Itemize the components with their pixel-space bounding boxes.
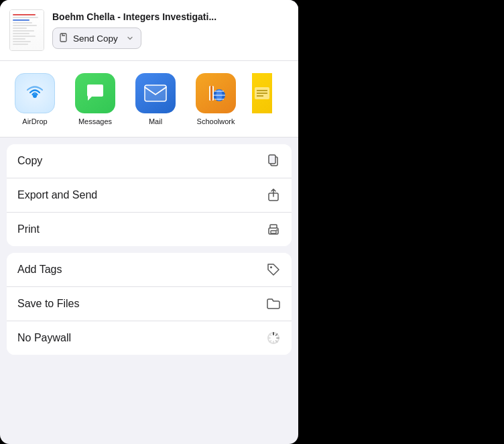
copy-label: Copy: [17, 155, 42, 167]
app-airdrop[interactable]: AirDrop: [11, 73, 59, 126]
airdrop-label: AirDrop: [22, 117, 47, 126]
share-panel: Boehm Chella - Integers Investigati... S…: [0, 0, 298, 444]
svg-rect-0: [60, 34, 66, 42]
no-paywall-action[interactable]: No Paywall: [7, 321, 292, 355]
app-mail[interactable]: Mail: [131, 73, 180, 126]
print-label: Print: [17, 223, 40, 235]
export-send-action[interactable]: Export and Send: [7, 178, 292, 213]
schoolwork-books-icon: [203, 80, 229, 106]
svg-point-20: [270, 266, 272, 268]
no-paywall-label: No Paywall: [17, 332, 71, 344]
loading-icon: [266, 331, 281, 345]
save-files-label: Save to Files: [17, 298, 79, 310]
actions-group-1: Copy Export and Send Print: [7, 144, 292, 246]
header-info: Boehm Chella - Integers Investigati... S…: [52, 11, 288, 49]
messages-label: Messages: [78, 117, 112, 126]
svg-line-27: [270, 341, 271, 342]
mail-label: Mail: [149, 117, 162, 126]
right-side-background: [298, 0, 504, 444]
copy-icon: [266, 154, 281, 168]
svg-line-23: [276, 334, 277, 335]
schoolwork-label: Schoolwork: [197, 117, 235, 126]
tag-icon: [266, 262, 281, 277]
add-tags-label: Add Tags: [17, 264, 62, 276]
airdrop-icon-bg: [15, 73, 55, 113]
app-notes[interactable]: [252, 73, 272, 113]
app-schoolwork[interactable]: Schoolwork: [192, 73, 240, 126]
notes-lines-icon: [252, 83, 272, 103]
print-icon: [266, 222, 281, 237]
svg-rect-15: [269, 155, 275, 164]
apps-row: AirDrop Messages Mail: [0, 61, 298, 137]
header: Boehm Chella - Integers Investigati... S…: [0, 0, 298, 61]
actions-group-2: Add Tags Save to Files No Paywall: [7, 253, 292, 355]
notes-icon-bg: [252, 73, 272, 113]
app-messages[interactable]: Messages: [71, 73, 119, 126]
doc-icon: [60, 33, 69, 44]
mail-icon-bg: [135, 73, 176, 113]
svg-rect-2: [145, 85, 166, 101]
export-icon: [266, 188, 281, 203]
mail-envelope-icon: [143, 84, 168, 103]
folder-icon: [266, 296, 281, 311]
airdrop-wifi-icon: [23, 81, 47, 105]
send-copy-button[interactable]: Send Copy: [52, 27, 141, 49]
add-tags-action[interactable]: Add Tags: [7, 253, 292, 287]
svg-line-29: [270, 334, 271, 335]
copy-action[interactable]: Copy: [7, 144, 292, 178]
export-send-label: Export and Send: [17, 189, 97, 201]
print-action[interactable]: Print: [7, 213, 292, 246]
save-files-action[interactable]: Save to Files: [7, 287, 292, 321]
svg-line-25: [276, 341, 277, 342]
schoolwork-icon-bg: [196, 73, 236, 113]
svg-point-19: [276, 229, 277, 231]
document-thumbnail: [9, 9, 44, 51]
send-copy-label: Send Copy: [73, 34, 118, 44]
svg-rect-18: [271, 231, 276, 233]
chevron-down-icon: [126, 34, 134, 42]
messages-bubble-icon: [84, 82, 107, 105]
svg-rect-9: [210, 86, 212, 101]
messages-icon-bg: [75, 73, 115, 113]
document-title: Boehm Chella - Integers Investigati...: [52, 11, 288, 22]
